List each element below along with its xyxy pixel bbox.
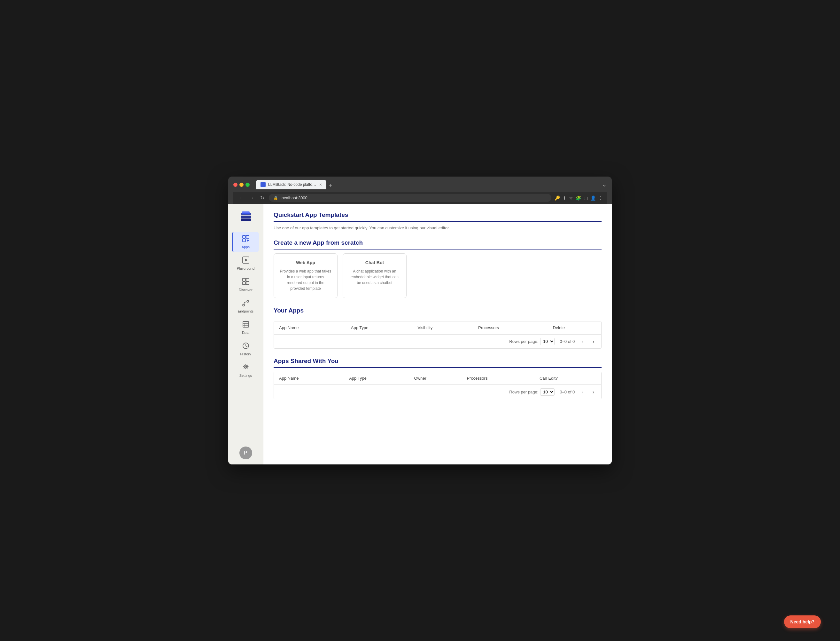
- sidebar-bottom: P: [239, 446, 252, 459]
- help-button-container: Need help?: [784, 615, 821, 628]
- shared-apps-prev-btn[interactable]: ‹: [580, 389, 585, 396]
- browser-chrome: LLMStack: No-code platform t... × + ⌄ ← …: [228, 177, 612, 204]
- shared-apps-pagination-info: 0–0 of 0: [560, 390, 575, 395]
- main-content: Quickstart App Templates Use one of our …: [263, 204, 612, 464]
- create-new-title: Create a new App from scratch: [274, 239, 602, 246]
- bookmark-icon[interactable]: ☆: [569, 195, 573, 201]
- svg-rect-0: [241, 219, 251, 221]
- sidebar-item-playground[interactable]: Playground: [232, 253, 259, 274]
- share-icon[interactable]: ⬆: [562, 195, 566, 201]
- web-app-description: Provides a web app that takes in a user …: [279, 268, 331, 292]
- svg-rect-17: [243, 322, 249, 327]
- your-apps-rows-per-page: Rows per page: 10 25 50: [509, 338, 554, 345]
- shared-apps-header: Apps Shared With You: [274, 358, 602, 368]
- sidebar-item-settings[interactable]: Settings: [232, 361, 259, 381]
- shared-apps-rows-per-page: Rows per page: 10 25 50: [509, 388, 554, 396]
- your-apps-table: App Name App Type Visibility Processors …: [274, 322, 601, 334]
- active-tab[interactable]: LLMStack: No-code platform t... ×: [256, 180, 326, 189]
- svg-point-16: [243, 304, 244, 306]
- svg-rect-1: [241, 216, 251, 218]
- shared-apps-col-owner: Owner: [409, 372, 462, 385]
- your-apps-pagination-info: 0–0 of 0: [560, 339, 575, 344]
- your-apps-col-type: App Type: [346, 322, 413, 334]
- close-window-btn[interactable]: [233, 183, 238, 187]
- back-button[interactable]: ←: [237, 195, 245, 201]
- key-icon[interactable]: 🔑: [554, 195, 560, 201]
- history-icon: [242, 342, 249, 351]
- address-bar: ← → ↻ 🔒 localhost:3000 🔑 ⬆ ☆ 🧩 ▢ 👤 ⋮: [233, 192, 607, 204]
- sidebar: Apps Playground: [228, 204, 263, 464]
- svg-rect-12: [246, 278, 249, 281]
- apps-icon: [242, 235, 249, 244]
- app-layout: Apps Playground: [228, 204, 612, 464]
- data-label: Data: [242, 331, 249, 335]
- shared-apps-col-type: App Type: [344, 372, 409, 385]
- svg-rect-6: [243, 239, 246, 242]
- security-icon: 🔒: [273, 196, 278, 200]
- your-apps-rows-select[interactable]: 10 25 50: [540, 338, 554, 345]
- svg-rect-14: [246, 282, 249, 285]
- browser-window: LLMStack: No-code platform t... × + ⌄ ← …: [228, 177, 612, 464]
- maximize-window-btn[interactable]: [246, 183, 250, 187]
- refresh-button[interactable]: ↻: [259, 194, 266, 201]
- shared-apps-col-name: App Name: [274, 372, 344, 385]
- rows-per-page-label: Rows per page:: [509, 339, 538, 344]
- tab-favicon: [260, 182, 266, 187]
- browser-actions: 🔑 ⬆ ☆ 🧩 ▢ 👤 ⋮: [554, 195, 603, 201]
- your-apps-title: Your Apps: [274, 307, 602, 314]
- forward-button[interactable]: →: [248, 195, 256, 201]
- sidebar-toggle-icon[interactable]: ▢: [584, 195, 588, 201]
- profile-icon[interactable]: 👤: [590, 195, 596, 201]
- svg-rect-13: [243, 282, 246, 285]
- discover-label: Discover: [239, 288, 252, 292]
- sidebar-item-history[interactable]: History: [232, 339, 259, 359]
- svg-rect-11: [243, 278, 246, 281]
- svg-marker-10: [245, 258, 248, 262]
- svg-rect-5: [246, 235, 249, 238]
- endpoints-label: Endpoints: [238, 309, 254, 313]
- your-apps-col-name: App Name: [274, 322, 346, 334]
- history-label: History: [240, 352, 251, 356]
- url-text: localhost:3000: [281, 195, 307, 200]
- shared-apps-footer: Rows per page: 10 25 50 0–0 of 0 ‹ ›: [274, 385, 601, 399]
- your-apps-prev-btn[interactable]: ‹: [580, 338, 585, 345]
- sidebar-item-discover[interactable]: Discover: [232, 275, 259, 295]
- your-apps-next-btn[interactable]: ›: [591, 338, 596, 345]
- tab-close-btn[interactable]: ×: [319, 182, 322, 187]
- create-new-header: Create a new App from scratch: [274, 239, 602, 250]
- url-bar[interactable]: 🔒 localhost:3000: [269, 194, 551, 202]
- svg-rect-4: [243, 235, 246, 238]
- tab-title: LLMStack: No-code platform t...: [268, 182, 317, 187]
- your-apps-section: Your Apps App Name App Type Visibility P…: [274, 307, 602, 349]
- shared-apps-col-processors: Processors: [461, 372, 535, 385]
- web-app-title: Web App: [279, 260, 331, 265]
- tabs-bar: LLMStack: No-code platform t... × +: [256, 180, 599, 189]
- menu-icon[interactable]: ⋮: [598, 195, 603, 201]
- shared-apps-next-btn[interactable]: ›: [591, 389, 596, 396]
- your-apps-header: Your Apps: [274, 307, 602, 317]
- chat-bot-card[interactable]: Chat Bot A chat application with an embe…: [343, 253, 406, 298]
- window-controls: [233, 183, 250, 187]
- sidebar-item-endpoints[interactable]: Endpoints: [232, 296, 259, 316]
- logo: [238, 209, 254, 224]
- endpoints-icon: [242, 300, 249, 308]
- web-app-card[interactable]: Web App Provides a web app that takes in…: [274, 253, 337, 298]
- svg-point-15: [247, 300, 249, 302]
- shared-apps-title: Apps Shared With You: [274, 358, 602, 365]
- sidebar-item-data[interactable]: Data: [232, 317, 259, 338]
- sidebar-item-apps[interactable]: Apps: [232, 232, 259, 252]
- help-button[interactable]: Need help?: [784, 615, 821, 628]
- shared-apps-rows-select[interactable]: 10 25 50: [540, 388, 554, 396]
- extensions-icon[interactable]: 🧩: [576, 195, 581, 201]
- shared-apps-table: App Name App Type Owner Processors Can E…: [274, 372, 601, 385]
- svg-rect-3: [242, 211, 250, 214]
- chat-bot-description: A chat application with an embeddable wi…: [349, 268, 400, 286]
- user-avatar[interactable]: P: [239, 446, 252, 459]
- shared-rows-per-page-label: Rows per page:: [509, 390, 538, 395]
- window-collapse-btn[interactable]: ⌄: [602, 181, 607, 188]
- discover-icon: [242, 278, 249, 287]
- minimize-window-btn[interactable]: [239, 183, 244, 187]
- settings-label: Settings: [239, 374, 252, 377]
- new-tab-button[interactable]: +: [329, 183, 332, 189]
- shared-apps-section: Apps Shared With You App Name App Type O…: [274, 358, 602, 399]
